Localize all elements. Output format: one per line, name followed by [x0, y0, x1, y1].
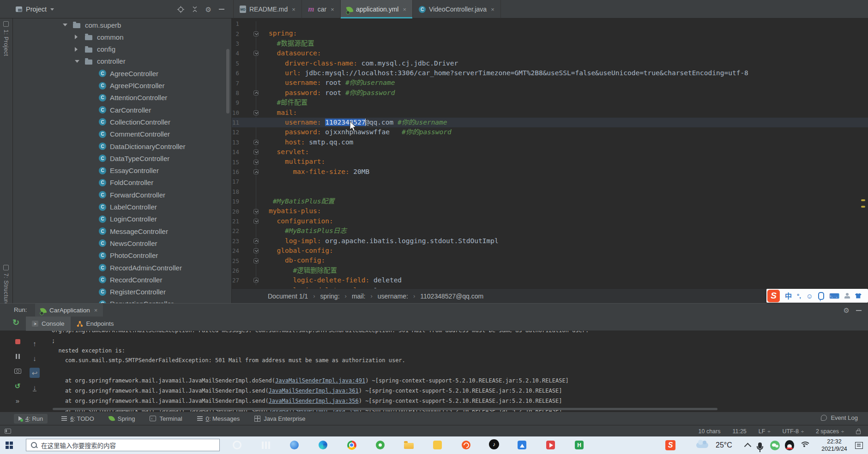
tree-item-AttentionController[interactable]: CAttentionController — [13, 92, 231, 104]
editor-tab-car[interactable]: mcar× — [302, 0, 341, 18]
taskbar-app-opera-icon[interactable] — [231, 439, 243, 451]
editor-tab-readme-md[interactable]: MDREADME.md× — [233, 0, 302, 18]
tree-chevron-collapsed-icon[interactable] — [75, 35, 78, 39]
fold-expand-icon[interactable] — [253, 110, 259, 115]
fold-expand-icon[interactable] — [253, 219, 259, 224]
tray-temperature[interactable]: 25°C — [716, 436, 732, 454]
close-icon[interactable]: × — [331, 6, 334, 13]
tree-item-RecordAdminController[interactable]: CRecordAdminController — [13, 262, 231, 274]
chevron-down-icon[interactable] — [50, 8, 54, 11]
code-line[interactable]: mail: — [261, 108, 297, 118]
hide-panel-icon[interactable] — [219, 9, 224, 10]
tree-item-ReputationController[interactable]: CReputationController — [13, 298, 231, 303]
stack-trace-link[interactable]: JavaMailSenderImpl.java:491 — [275, 377, 365, 384]
lock-icon[interactable] — [856, 430, 861, 434]
status-item-lf[interactable]: LF÷ — [759, 428, 771, 435]
tray-wifi-icon[interactable] — [800, 436, 810, 454]
stack-trace-link[interactable]: JavaMailSenderImpl.java:356 — [269, 398, 359, 404]
status-item-2-spaces[interactable]: 2 spaces÷ — [816, 428, 844, 435]
tray-chevron-up-icon[interactable] — [745, 436, 750, 454]
error-stripe-mark[interactable] — [861, 199, 865, 201]
tree-item-ForwardController[interactable]: CForwardController — [13, 189, 231, 201]
close-icon[interactable]: × — [403, 6, 406, 13]
toolwindow-button-messages[interactable]: 0: Messages — [196, 414, 241, 424]
taskbar-app-green-app-icon[interactable] — [374, 439, 386, 451]
fold-expand-icon[interactable] — [253, 51, 259, 56]
toolwindow-button-todo[interactable]: 6: TODO — [60, 414, 95, 424]
code-line[interactable]: #MyBatisPlus配置 — [261, 197, 335, 206]
event-log-button[interactable]: Event Log — [821, 414, 858, 421]
tree-item-EssayController[interactable]: CEssayController — [13, 165, 231, 177]
code-line[interactable]: mybatis-plus: — [261, 206, 321, 216]
rerun-icon[interactable]: ↻ — [12, 318, 19, 327]
fold-expand-icon[interactable] — [253, 160, 259, 165]
close-icon[interactable]: × — [292, 6, 295, 13]
code-line[interactable]: #数据源配置 — [261, 39, 314, 48]
tree-item-common[interactable]: common — [13, 31, 231, 43]
fold-expand-icon[interactable] — [253, 258, 259, 263]
code-line[interactable]: url: jdbc:mysql://localhost:3306/car_hom… — [261, 68, 748, 78]
tray-sogou-icon[interactable]: S — [665, 436, 675, 454]
tree-item-config[interactable]: config — [13, 43, 231, 55]
fold-end-icon[interactable] — [253, 140, 259, 145]
taskbar-app-yellow-app-icon[interactable] — [432, 439, 443, 451]
layout-toggle-icon[interactable] — [5, 429, 11, 434]
tree-item-FoldController[interactable]: CFoldController — [13, 177, 231, 189]
ime-keyboard-icon[interactable]: ⌨ — [829, 293, 839, 299]
breadcrumb-item[interactable]: username: — [378, 293, 408, 300]
code-line[interactable]: log-impl: org.apache.ibatis.logging.stdo… — [261, 236, 499, 246]
code-line[interactable]: password: root #你的password — [261, 88, 395, 98]
fold-expand-icon[interactable] — [253, 209, 259, 214]
tree-item-CommentController[interactable]: CCommentController — [13, 128, 231, 140]
gear-icon[interactable]: ⚙ — [205, 6, 211, 13]
tree-item-CarController[interactable]: CCarController — [13, 104, 231, 116]
code-line[interactable]: host: smtp.qq.com — [261, 137, 353, 147]
taskbar-app-music-icon[interactable]: ♪ — [489, 439, 499, 449]
tree-item-DataDictionaryController[interactable]: CDataDictionaryController — [13, 140, 231, 152]
ime-emoji-icon[interactable]: ☺ — [806, 293, 813, 299]
tree-chevron-expanded-icon[interactable] — [75, 60, 79, 63]
collapse-all-icon[interactable] — [192, 6, 198, 12]
tree-item-controller[interactable]: controller — [13, 55, 231, 67]
taskbar-app-player-icon[interactable] — [545, 439, 556, 451]
fold-end-icon[interactable] — [253, 239, 259, 244]
tree-item-LoginController[interactable]: CLoginController — [13, 213, 231, 225]
toolwindow-button-run[interactable]: 4: Run — [14, 414, 48, 424]
code-line[interactable]: max-file-size: 20MB — [261, 167, 369, 177]
close-icon[interactable]: × — [94, 307, 98, 314]
console-hscrollbar[interactable] — [53, 408, 717, 410]
close-icon[interactable]: × — [491, 6, 494, 13]
fold-expand-icon[interactable] — [253, 31, 259, 36]
gear-icon[interactable]: ⚙ — [844, 307, 850, 314]
tree-item-NewsController[interactable]: CNewsController — [13, 237, 231, 249]
breadcrumb-item[interactable]: spring: — [320, 293, 340, 300]
breadcrumb-item[interactable]: mail: — [352, 293, 366, 300]
tree-item-DataTypeController[interactable]: CDataTypeController — [13, 152, 231, 164]
stripe-label-structure[interactable]: 7: Structure — [3, 273, 9, 306]
taskbar-app-netdisk-icon[interactable] — [289, 439, 300, 451]
fold-expand-icon[interactable] — [253, 248, 259, 253]
tree-item-RegisterController[interactable]: CRegisterController — [13, 286, 231, 298]
fold-expand-icon[interactable] — [253, 149, 259, 155]
project-scrollbar[interactable] — [226, 49, 229, 114]
locate-file-icon[interactable] — [177, 6, 184, 13]
code-line[interactable]: driver-class-name: com.mysql.cj.jdbc.Dri… — [261, 59, 458, 68]
tray-qq-icon[interactable] — [785, 436, 794, 454]
editor-tab-videocontroller-java[interactable]: CVideoController.java× — [413, 0, 501, 18]
console-tab-endpoints[interactable]: Endpoints — [71, 317, 120, 331]
tree-item-PhotoController[interactable]: CPhotoController — [13, 250, 231, 262]
toolwindow-button-terminal[interactable]: ›Terminal — [149, 414, 183, 424]
toolwindow-button-java-enterprise[interactable]: Java Enterprise — [253, 414, 306, 424]
tray-weather-icon[interactable] — [696, 436, 708, 454]
code-line[interactable]: #MyBatisPlus日志 — [261, 226, 347, 236]
fold-end-icon[interactable] — [253, 278, 259, 283]
ime-chinese-mode-icon[interactable]: 中 — [785, 293, 792, 299]
tray-clock[interactable]: 22:32 2021/9/24 — [817, 436, 851, 454]
tree-chevron-expanded-icon[interactable] — [63, 24, 67, 26]
taskbar-app-orange-app-icon[interactable] — [460, 439, 472, 451]
code-line[interactable]: logic-delete-field: deleted — [261, 275, 402, 285]
stack-trace-link[interactable]: JavaMailSenderImpl.java:361 — [269, 388, 359, 394]
code-line[interactable]: spring: — [261, 29, 297, 38]
ime-punctuation-icon[interactable]: °, — [797, 293, 801, 299]
code-line[interactable]: #邮件配置 — [261, 98, 307, 108]
